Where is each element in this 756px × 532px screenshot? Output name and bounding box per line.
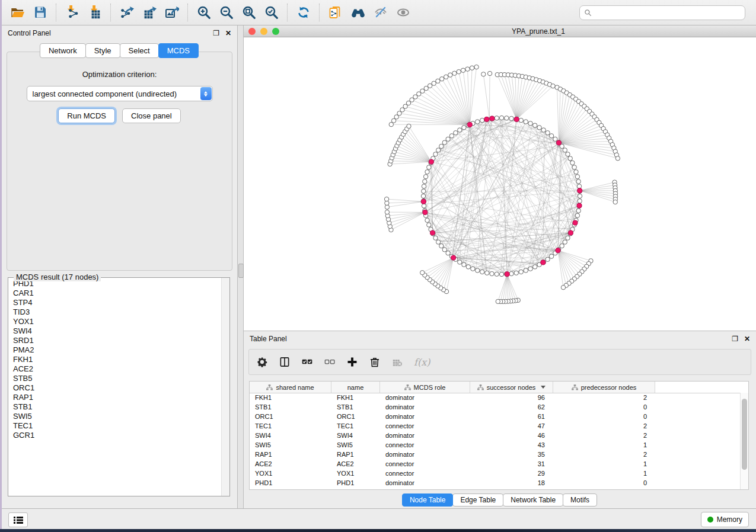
- network-node[interactable]: [427, 165, 431, 169]
- network-node[interactable]: [577, 184, 581, 188]
- float-table-panel-icon[interactable]: ❐: [732, 335, 738, 342]
- cell-predecessor-nodes[interactable]: 1: [553, 441, 655, 448]
- cell-name[interactable]: SWI5: [331, 441, 380, 448]
- table-row[interactable]: RAP1RAP1dominator352: [250, 450, 741, 459]
- network-node[interactable]: [428, 84, 432, 88]
- network-hub-node[interactable]: [429, 159, 433, 164]
- cell-successor-nodes[interactable]: 46: [470, 432, 553, 439]
- cell-name[interactable]: SWI4: [331, 432, 380, 439]
- network-node[interactable]: [570, 161, 575, 165]
- network-node[interactable]: [574, 170, 578, 174]
- mcds-result-node[interactable]: GCR1: [13, 431, 221, 440]
- table-row[interactable]: TEC1TEC1connector472: [250, 421, 741, 431]
- cell-MCDS-role[interactable]: connector: [380, 460, 470, 467]
- mcds-result-node[interactable]: CAR1: [13, 289, 221, 298]
- network-node[interactable]: [439, 243, 444, 248]
- cell-MCDS-role[interactable]: dominator: [380, 451, 470, 458]
- network-node[interactable]: [496, 299, 500, 303]
- network-hub-node[interactable]: [423, 210, 428, 214]
- network-node[interactable]: [553, 137, 557, 141]
- network-node[interactable]: [423, 180, 427, 184]
- save-button[interactable]: [29, 2, 52, 23]
- mcds-result-node[interactable]: ORC1: [13, 383, 221, 393]
- network-node[interactable]: [615, 156, 620, 161]
- network-node[interactable]: [561, 286, 565, 290]
- cell-predecessor-nodes[interactable]: 0: [553, 403, 655, 411]
- cell-shared-name[interactable]: SWI5: [250, 441, 331, 448]
- cell-MCDS-role[interactable]: dominator: [380, 432, 470, 439]
- mcds-result-node[interactable]: SRD1: [13, 336, 221, 345]
- network-node[interactable]: [465, 67, 470, 71]
- open-button[interactable]: [7, 2, 29, 23]
- network-node[interactable]: [551, 84, 555, 88]
- float-panel-icon[interactable]: ❐: [213, 30, 219, 37]
- checked-pair-button[interactable]: [301, 356, 313, 368]
- cell-shared-name[interactable]: YOX1: [250, 470, 331, 477]
- cell-MCDS-role[interactable]: dominator: [380, 403, 470, 411]
- network-node[interactable]: [423, 175, 428, 179]
- network-node[interactable]: [476, 268, 480, 273]
- cell-MCDS-role[interactable]: dominator: [380, 394, 470, 401]
- cell-successor-nodes[interactable]: 18: [470, 479, 553, 486]
- cell-successor-nodes[interactable]: 62: [470, 403, 553, 411]
- cell-predecessor-nodes[interactable]: 1: [553, 460, 655, 467]
- cell-successor-nodes[interactable]: 61: [470, 413, 553, 420]
- optimization-criterion-select[interactable]: largest connected component (undirected): [27, 86, 213, 101]
- network-node[interactable]: [440, 77, 444, 81]
- table-row[interactable]: SWI5SWI5connector431: [250, 440, 741, 450]
- network-node[interactable]: [485, 271, 489, 275]
- network-node[interactable]: [613, 200, 617, 204]
- tab-style[interactable]: Style: [85, 43, 120, 58]
- network-node[interactable]: [391, 118, 395, 123]
- import-network-button[interactable]: [61, 2, 84, 23]
- table-row[interactable]: FKH1FKH1dominator962: [250, 393, 741, 402]
- network-node[interactable]: [427, 223, 431, 227]
- gear-button[interactable]: [256, 356, 268, 368]
- network-node[interactable]: [385, 210, 389, 214]
- network-node[interactable]: [462, 126, 466, 130]
- network-node[interactable]: [576, 180, 580, 184]
- cell-shared-name[interactable]: ACE2: [250, 460, 331, 467]
- table-row[interactable]: YOX1YOX1connector291: [250, 469, 741, 478]
- zoom-fit-button[interactable]: [238, 2, 260, 23]
- network-node[interactable]: [439, 144, 444, 148]
- network-node[interactable]: [442, 248, 446, 252]
- network-hub-node[interactable]: [514, 117, 519, 121]
- network-node[interactable]: [519, 118, 523, 122]
- network-node[interactable]: [480, 118, 484, 122]
- network-node[interactable]: [458, 128, 462, 132]
- network-node[interactable]: [575, 175, 579, 179]
- network-node[interactable]: [572, 165, 576, 169]
- mcds-result-node[interactable]: PMA2: [13, 345, 221, 355]
- tab-edge-table[interactable]: Edge Table: [452, 493, 503, 507]
- cell-successor-nodes[interactable]: 43: [470, 441, 553, 448]
- hide-graphics-button[interactable]: [369, 2, 392, 23]
- network-node[interactable]: [509, 116, 513, 120]
- network-node[interactable]: [576, 209, 580, 213]
- network-hub-node[interactable]: [430, 230, 435, 235]
- network-node[interactable]: [422, 204, 426, 208]
- cell-shared-name[interactable]: SWI4: [250, 432, 331, 439]
- network-node[interactable]: [425, 170, 429, 174]
- network-node[interactable]: [448, 73, 452, 77]
- refresh-button[interactable]: [292, 2, 315, 23]
- cell-MCDS-role[interactable]: dominator: [380, 479, 470, 486]
- network-node[interactable]: [487, 71, 492, 75]
- network-canvas[interactable]: [244, 37, 756, 331]
- export-network-button[interactable]: [116, 2, 138, 23]
- network-node[interactable]: [476, 120, 480, 124]
- network-node[interactable]: [546, 257, 550, 261]
- network-hub-node[interactable]: [484, 117, 489, 121]
- network-node[interactable]: [509, 271, 513, 275]
- close-panel-icon[interactable]: ✕: [225, 30, 231, 37]
- run-mcds-button[interactable]: Run MCDS: [58, 108, 115, 123]
- table-row[interactable]: PHD1PHD1dominator180: [250, 478, 741, 488]
- network-node[interactable]: [436, 79, 440, 83]
- network-node[interactable]: [444, 75, 448, 79]
- mcds-result-list[interactable]: PHD1CAR1STP4TID3YOX1SWI4SRD1PMA2FKH1ACE2…: [8, 277, 230, 496]
- network-node[interactable]: [528, 121, 532, 126]
- tab-node-table[interactable]: Node Table: [402, 493, 454, 507]
- network-node[interactable]: [541, 128, 546, 132]
- tab-mcds[interactable]: MCDS: [158, 43, 199, 58]
- zoom-in-button[interactable]: [193, 2, 215, 23]
